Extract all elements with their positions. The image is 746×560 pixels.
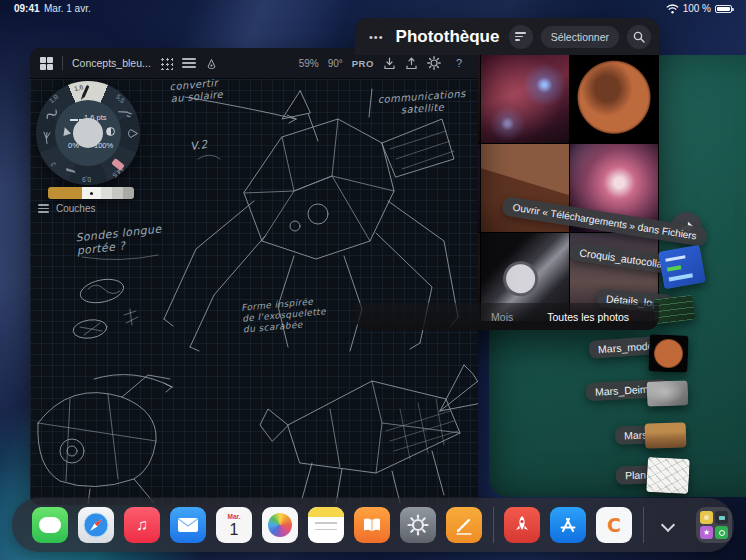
clock: 09:41 xyxy=(14,3,40,14)
dock-item-color-app[interactable]: C xyxy=(596,507,632,543)
notes-icon xyxy=(308,507,344,517)
dock-item-photos[interactable] xyxy=(262,507,298,543)
pro-badge[interactable]: PRO xyxy=(352,58,374,69)
photo-tile-nebula[interactable] xyxy=(481,55,569,143)
export-button[interactable] xyxy=(405,57,418,70)
layers-label: Couches xyxy=(56,203,95,214)
settings-button[interactable] xyxy=(427,56,441,70)
music-note-icon: ♫ xyxy=(136,516,148,534)
import-icon xyxy=(383,57,396,70)
dock-item-safari[interactable] xyxy=(78,507,114,543)
help-button[interactable]: ? xyxy=(450,56,468,70)
dock-item-recent-apps[interactable]: ★ xyxy=(696,507,732,543)
tool-wheel[interactable]: 1,0 1,6 5,5 14,5 0,9 2 xyxy=(36,81,140,185)
annotation-probes: Sondes longue portée ? xyxy=(75,223,164,258)
gear-icon xyxy=(427,56,441,70)
wifi-icon xyxy=(666,4,679,14)
photos-flower-icon xyxy=(268,513,292,537)
layers-menu-icon[interactable] xyxy=(182,58,196,68)
chevron-down-icon xyxy=(661,518,675,532)
dock-item-app-store[interactable] xyxy=(550,507,586,543)
zoom-level[interactable]: 59% xyxy=(299,58,319,69)
rocket-icon xyxy=(511,514,533,536)
layers-icon xyxy=(38,204,49,213)
message-bubble-icon xyxy=(39,517,61,533)
tool-wheel-center[interactable] xyxy=(73,118,103,148)
color-swatch-white-selected[interactable] xyxy=(82,187,101,199)
more-icon[interactable]: ••• xyxy=(367,29,386,45)
search-button[interactable] xyxy=(627,25,651,49)
record-mini-icon xyxy=(715,526,728,539)
battery-icon xyxy=(715,5,732,13)
gear-icon xyxy=(407,514,429,536)
drawing-canvas[interactable]: convertir au solaire communications sate… xyxy=(30,79,478,505)
rotation-value[interactable]: 90° xyxy=(328,58,343,69)
photos-title: Photothèque xyxy=(396,27,500,47)
wire-brush-tool-icon[interactable] xyxy=(42,130,52,145)
contrast-icon xyxy=(106,127,115,136)
dock-item-notes[interactable] xyxy=(308,507,344,543)
export-icon xyxy=(405,57,418,70)
color-swatch-dark-gray[interactable] xyxy=(123,187,134,199)
app-grid-icon[interactable] xyxy=(40,57,53,70)
color-swatch-gray[interactable] xyxy=(112,187,123,199)
status-bar: 09:41 Mar. 1 avr. 100 % xyxy=(0,0,746,18)
color-swatch-gold[interactable] xyxy=(48,187,82,199)
drag-thumbnail-mars[interactable] xyxy=(645,422,687,448)
pen-icon xyxy=(453,514,475,536)
photo-tile-mars-globe[interactable] xyxy=(570,55,658,143)
app-group-icon: ★ xyxy=(700,511,728,539)
search-icon xyxy=(633,31,645,43)
dock-collapse-button[interactable] xyxy=(657,516,679,534)
dock-divider xyxy=(493,507,494,543)
annotation-convert: convertir au solaire xyxy=(169,77,224,106)
dock-item-messages[interactable] xyxy=(32,507,68,543)
filter-icon xyxy=(515,32,526,41)
tips-mini-icon xyxy=(700,511,713,524)
drag-thumbnail-stickers[interactable] xyxy=(658,245,706,290)
layers-button[interactable]: Couches xyxy=(38,203,95,214)
ipad-screen: 09:41 Mar. 1 avr. 100 % xyxy=(0,0,746,560)
drag-thumbnail-plan[interactable] xyxy=(646,457,690,494)
dock-item-books[interactable] xyxy=(354,507,390,543)
camera-mini-icon xyxy=(715,511,728,524)
dock-item-drawing-app[interactable] xyxy=(446,507,482,543)
photos-bottom-tabs: Mois Toutes les photos xyxy=(355,303,659,330)
drag-thumbnail-mars-deimos[interactable] xyxy=(647,380,689,406)
pen-nib-icon[interactable] xyxy=(205,57,218,70)
precision-grid-icon[interactable] xyxy=(160,57,173,70)
envelope-icon xyxy=(177,517,199,533)
annotation-comms: communications satellite xyxy=(377,88,467,118)
photos-header: ••• Photothèque Sélectionner xyxy=(355,18,659,55)
drag-thumbnail-mars-model[interactable] xyxy=(648,334,688,372)
dock-item-music[interactable]: ♫ xyxy=(124,507,160,543)
dock-divider xyxy=(643,507,644,543)
nib-tool-icon[interactable] xyxy=(126,128,139,140)
document-title[interactable]: Concepts_bleu... xyxy=(72,57,151,69)
appstore-icon xyxy=(557,515,579,535)
dock-item-settings[interactable] xyxy=(400,507,436,543)
compass-icon xyxy=(82,511,110,539)
dock-item-mail[interactable] xyxy=(170,507,206,543)
dock: ♫ Mar. 1 xyxy=(12,498,734,552)
tab-all-photos[interactable]: Toutes les photos xyxy=(543,309,633,325)
import-button[interactable] xyxy=(383,57,396,70)
color-swatch-light-gray[interactable] xyxy=(101,187,112,199)
date: Mar. 1 avr. xyxy=(44,3,91,14)
open-book-icon xyxy=(362,517,382,533)
concepts-window: Concepts_bleu... 59% 90° PRO xyxy=(30,48,478,505)
select-button[interactable]: Sélectionner xyxy=(541,26,619,48)
filter-button[interactable] xyxy=(509,25,533,49)
annotation-beetle: Forme inspirée de l'exosquelette du scar… xyxy=(241,295,328,335)
calendar-day: 1 xyxy=(230,521,239,539)
annotation-version: V.2 xyxy=(189,138,209,154)
tool-size: 0,9 xyxy=(82,176,91,183)
dock-item-calendar[interactable]: Mar. 1 xyxy=(216,507,252,543)
c-swirl-icon: C xyxy=(607,514,621,536)
tab-months[interactable]: Mois xyxy=(487,309,517,325)
star-mini-icon: ★ xyxy=(700,526,713,539)
dock-item-rocket-app[interactable] xyxy=(504,507,540,543)
color-swatch-bar xyxy=(48,187,134,199)
battery-percent: 100 % xyxy=(683,3,711,14)
drag-thumbnail-logo[interactable] xyxy=(653,295,696,325)
